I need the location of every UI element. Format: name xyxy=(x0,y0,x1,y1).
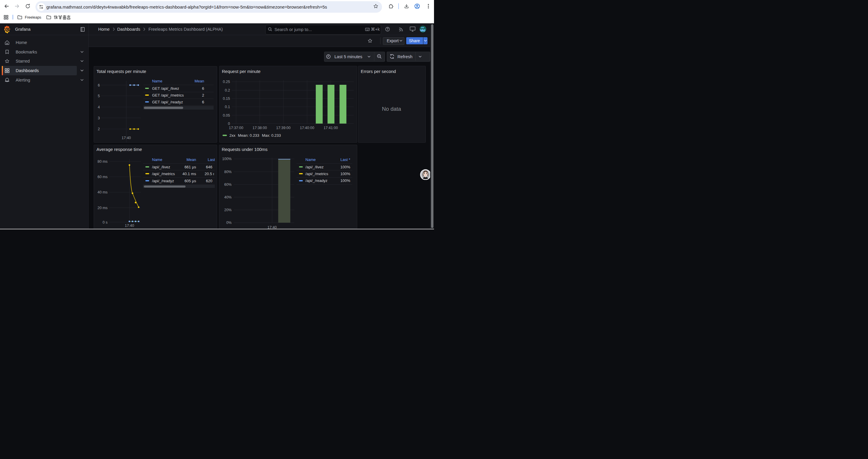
svg-text:100%: 100% xyxy=(222,157,231,161)
svg-text:60%: 60% xyxy=(224,182,231,186)
svg-text:17:39:00: 17:39:00 xyxy=(276,126,290,130)
svg-text:17:38:00: 17:38:00 xyxy=(252,126,267,130)
svg-text:0.1: 0.1 xyxy=(225,105,230,109)
svg-text:17:37:00: 17:37:00 xyxy=(229,126,243,130)
svg-text:5: 5 xyxy=(98,94,100,98)
svg-text:17:41:00: 17:41:00 xyxy=(323,126,338,130)
svg-text:17:40:00: 17:40:00 xyxy=(300,126,314,130)
svg-text:2xx: 2xx xyxy=(229,133,236,138)
svg-text:80 ms: 80 ms xyxy=(97,160,107,164)
svg-text:0: 0 xyxy=(228,122,230,126)
svg-text:4: 4 xyxy=(98,105,100,109)
svg-text:20%: 20% xyxy=(224,208,231,212)
svg-text:40 ms: 40 ms xyxy=(97,190,107,194)
svg-text:2: 2 xyxy=(98,127,100,131)
svg-text:0%: 0% xyxy=(226,221,231,225)
svg-text:0.25: 0.25 xyxy=(223,80,230,84)
svg-text:20 ms: 20 ms xyxy=(97,206,107,210)
svg-text:40%: 40% xyxy=(224,195,231,199)
svg-text:0.15: 0.15 xyxy=(223,97,230,101)
svg-text:17:40: 17:40 xyxy=(125,224,134,228)
svg-text:0.2: 0.2 xyxy=(225,88,230,93)
svg-text:6: 6 xyxy=(98,83,100,87)
svg-text:Mean: 0.233: Mean: 0.233 xyxy=(238,133,259,138)
svg-text:Max: 0.233: Max: 0.233 xyxy=(262,133,281,138)
svg-text:0.05: 0.05 xyxy=(223,113,230,118)
svg-text:3: 3 xyxy=(98,116,100,120)
svg-text:80%: 80% xyxy=(224,169,231,174)
svg-text:60 ms: 60 ms xyxy=(97,175,107,179)
svg-text:0 s: 0 s xyxy=(102,220,107,225)
svg-text:17:40: 17:40 xyxy=(122,136,131,140)
